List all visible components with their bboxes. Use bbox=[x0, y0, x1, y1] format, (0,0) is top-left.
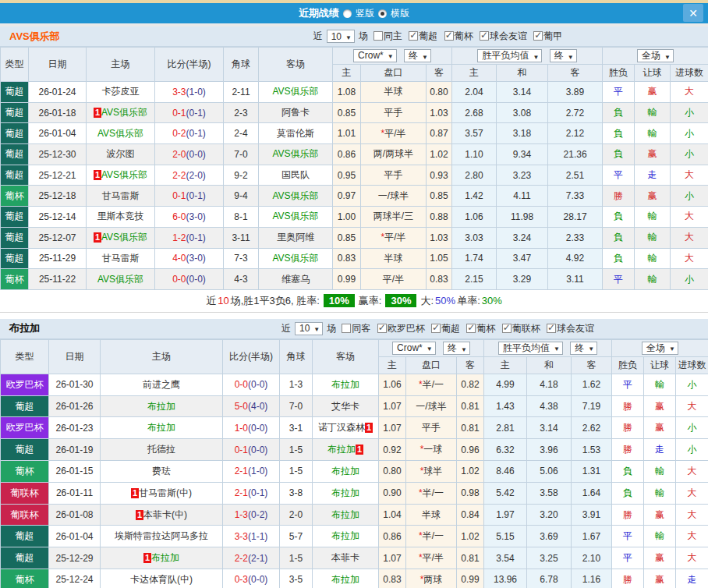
section-divider bbox=[0, 313, 708, 319]
league-filter[interactable]: 葡杯 bbox=[462, 322, 495, 335]
radio-vertical-label[interactable]: 竖版 bbox=[356, 7, 374, 20]
league-filter-checkbox[interactable] bbox=[431, 324, 441, 333]
sub-header-home-odds: 主 bbox=[333, 65, 361, 82]
league-filter-checkbox[interactable] bbox=[377, 324, 387, 333]
league-filter-label[interactable]: 葡杯 bbox=[455, 30, 473, 43]
sub-header-ou-result: 进球数 bbox=[671, 65, 708, 82]
league-filter[interactable]: 葡杯 bbox=[441, 30, 473, 43]
date-cell: 25-12-29 bbox=[49, 547, 101, 569]
handicap-value: 平/半 bbox=[383, 274, 404, 285]
fulltime-score: 2-0 bbox=[172, 149, 186, 160]
sub-header-result: 胜负 bbox=[603, 65, 635, 82]
league-filter-label[interactable]: 球会友谊 bbox=[490, 30, 527, 43]
fullgame-select[interactable]: 全场 bbox=[642, 342, 678, 355]
halftime-score: (4-0) bbox=[248, 401, 267, 412]
win-odds-cell: 4.99 bbox=[484, 374, 527, 395]
handicap-value: 半/一 bbox=[423, 487, 444, 498]
league-filter-checkbox[interactable] bbox=[466, 324, 476, 333]
games-count-select[interactable]: 10 bbox=[327, 30, 355, 43]
halftime-score: (0-0) bbox=[248, 574, 267, 585]
sub-header-draw: 和 bbox=[527, 356, 572, 374]
avg-odds-select[interactable]: 胜平负均值 bbox=[477, 49, 542, 62]
league-filter-label[interactable]: 葡联杯 bbox=[512, 322, 540, 335]
date-cell: 25-12-30 bbox=[29, 144, 87, 165]
away-odds-cell: 1.02 bbox=[457, 461, 484, 483]
league-filter[interactable]: 同主 bbox=[370, 30, 402, 43]
league-filter-label[interactable]: 葡甲 bbox=[543, 30, 562, 43]
league-filter-label[interactable]: 同主 bbox=[384, 30, 402, 43]
table-row: 葡超 25-11-29 甘马雷斯 4-0(3-0) 7-3 AVS俱乐部 0.8… bbox=[1, 248, 708, 269]
date-cell: 26-01-04 bbox=[49, 526, 101, 547]
draw-odds-cell: 11.98 bbox=[497, 207, 548, 228]
home-odds-cell: 0.97 bbox=[333, 186, 361, 207]
odds-source-select[interactable]: Crow* bbox=[353, 49, 397, 62]
ah-result-cell: 赢 bbox=[635, 186, 671, 207]
away-odds-cell: 0.85 bbox=[427, 186, 452, 207]
away-odds-cell: 1.02 bbox=[427, 144, 452, 165]
ah-result-cell: 走 bbox=[644, 439, 676, 461]
avg-final-select[interactable]: 终 bbox=[550, 49, 577, 62]
home-odds-cell: 0.85 bbox=[333, 227, 361, 248]
away-odds-cell: 1.03 bbox=[427, 227, 452, 248]
games-count-select[interactable]: 10 bbox=[295, 322, 323, 335]
league-filter-label[interactable]: 欧罗巴杯 bbox=[388, 322, 425, 335]
halftime-score: (0-0) bbox=[248, 423, 267, 434]
date-cell: 25-11-22 bbox=[29, 269, 87, 290]
league-badge: 葡超 bbox=[1, 207, 29, 228]
radio-horizontal-layout[interactable] bbox=[378, 9, 387, 18]
avg-odds-select[interactable]: 胜平负均值 bbox=[498, 342, 563, 355]
home-team-name: 波尔图 bbox=[107, 148, 135, 159]
avg-final-select[interactable]: 终 bbox=[570, 342, 597, 355]
league-filter-label[interactable]: 同客 bbox=[352, 322, 370, 335]
summary-segment: 单率: bbox=[457, 294, 480, 308]
sub-header-result: 胜负 bbox=[612, 356, 644, 374]
radio-horizontal-label[interactable]: 横版 bbox=[391, 7, 409, 20]
league-filter[interactable]: 欧罗巴杯 bbox=[373, 322, 425, 335]
home-team-cell: 1AVS俱乐部 bbox=[87, 102, 155, 123]
league-filter[interactable]: 葡超 bbox=[427, 322, 460, 335]
close-button[interactable]: ✕ bbox=[683, 4, 703, 22]
league-filter[interactable]: 葡甲 bbox=[529, 30, 562, 43]
score-cell: 6-0(3-0) bbox=[155, 207, 224, 228]
league-filter-checkbox[interactable] bbox=[409, 31, 418, 41]
league-filter-checkbox[interactable] bbox=[444, 31, 454, 41]
result-cell: 平 bbox=[612, 526, 644, 547]
games-count-value: 10 bbox=[331, 31, 342, 42]
league-filter-label[interactable]: 葡杯 bbox=[476, 322, 495, 335]
league-filter-label[interactable]: 葡超 bbox=[441, 322, 460, 335]
league-filter-checkbox[interactable] bbox=[373, 31, 383, 41]
home-team-name: AVS俱乐部 bbox=[97, 274, 143, 285]
fullgame-select[interactable]: 全场 bbox=[637, 49, 674, 62]
away-team-cell: 布拉加 bbox=[313, 504, 379, 526]
halftime-score: (0-1) bbox=[186, 190, 206, 201]
sub-header-handicap: 盘口 bbox=[361, 65, 427, 82]
league-filter-label[interactable]: 球会友谊 bbox=[557, 322, 594, 335]
odds-final-select[interactable]: 终 bbox=[404, 49, 431, 62]
league-filter-checkbox[interactable] bbox=[533, 31, 543, 41]
fulltime-score: 4-0 bbox=[172, 253, 186, 264]
league-filter[interactable]: 球会友谊 bbox=[543, 322, 594, 335]
odds-final-select[interactable]: 终 bbox=[443, 342, 470, 355]
league-filter-checkbox[interactable] bbox=[547, 324, 556, 333]
league-filter-checkbox[interactable] bbox=[502, 324, 512, 333]
halftime-score: (0-0) bbox=[248, 379, 267, 390]
ou-result-cell: 小 bbox=[676, 439, 708, 461]
league-filter[interactable]: 同客 bbox=[338, 322, 370, 335]
league-filter[interactable]: 葡联杯 bbox=[498, 322, 540, 335]
away-team-cell: 莫雷伦斯 bbox=[259, 123, 333, 144]
odds-source-select[interactable]: Crow* bbox=[392, 342, 436, 355]
score-cell: 0-3(0-0) bbox=[223, 569, 280, 588]
league-filter-checkbox[interactable] bbox=[342, 324, 351, 333]
lose-odds-cell: 3.89 bbox=[548, 82, 603, 103]
radio-vertical-layout[interactable] bbox=[343, 9, 352, 18]
handicap-value: 半球 bbox=[384, 253, 403, 264]
league-filter[interactable]: 葡超 bbox=[405, 30, 437, 43]
league-filter-checkbox[interactable] bbox=[480, 31, 489, 41]
table-row: 葡超 25-12-30 波尔图 2-0(0-0) 7-0 AVS俱乐部 0.86… bbox=[1, 144, 708, 165]
score-cell: 0-0(0-0) bbox=[155, 269, 224, 290]
league-filter-label[interactable]: 葡超 bbox=[419, 30, 437, 43]
odds-source-value: Crow* bbox=[358, 50, 384, 61]
league-filter[interactable]: 球会友谊 bbox=[476, 30, 527, 43]
home-odds-cell: 0.92 bbox=[379, 439, 406, 461]
draw-odds-cell: 3.25 bbox=[527, 547, 572, 569]
